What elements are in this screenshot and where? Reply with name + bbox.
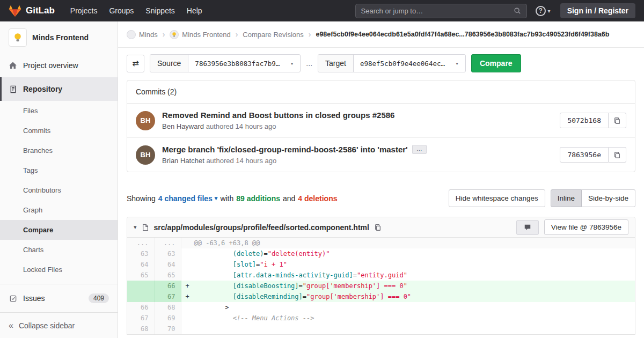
diff-line-number-old[interactable]: 64	[127, 259, 154, 270]
inline-view-button[interactable]: Inline	[551, 189, 582, 207]
collapse-file-icon[interactable]: ▾	[134, 224, 137, 231]
sidebar-item-compare[interactable]: Compare	[0, 220, 118, 240]
diff-row: ...... @@ -63,6 +63,8 @@	[127, 238, 635, 248]
gitlab-logo[interactable]: GitLab	[9, 5, 55, 17]
copy-sha-button[interactable]	[609, 113, 626, 128]
target-dropdown[interactable]: e98ef5cb0f9e4ee064ec… ▾	[354, 55, 465, 72]
sidebar: Minds Frontend Project overview Reposito…	[0, 21, 118, 338]
code-segment	[194, 250, 233, 258]
diff-line-number-old[interactable]: 63	[127, 248, 154, 259]
sidebar-project-header[interactable]: Minds Frontend	[0, 21, 118, 54]
sidebar-item-commits[interactable]: Commits	[0, 121, 118, 141]
diff-line-number-new[interactable]: 66	[154, 281, 181, 291]
diff-row: 6870	[127, 324, 635, 334]
nav-help[interactable]: Help	[181, 0, 208, 21]
diff-line-number-new[interactable]: ...	[154, 238, 181, 248]
source-group: Source 7863956e3b8083fac7b9… ▾	[150, 54, 301, 72]
avatar[interactable]: BH	[136, 145, 155, 165]
diff-line-number-new[interactable]: 63	[154, 248, 181, 259]
diff-code-cell: (delete)="delete(entity)"	[181, 248, 635, 259]
copy-sha-button[interactable]	[609, 147, 626, 163]
commit-authored-ago: authored 14 hours ago	[206, 157, 276, 165]
code-segment: <!-- Menu Actions -->	[233, 314, 314, 322]
diff-line-number-new[interactable]: 65	[154, 270, 181, 281]
comment-icon	[524, 224, 531, 231]
commit-sha-button[interactable]: 5072b168	[560, 113, 609, 128]
diff-line-number-new[interactable]: 67	[154, 291, 181, 302]
copy-path-icon[interactable]	[374, 224, 382, 231]
diff-line-number-old[interactable]	[127, 291, 154, 302]
sidebar-item-tags[interactable]: Tags	[0, 160, 118, 180]
commit-meta: Brian Hatchet authored 14 hours ago	[162, 157, 427, 165]
diff-line-number-old[interactable]: 66	[127, 302, 154, 313]
commit-author[interactable]: Brian Hatchet	[162, 157, 204, 165]
sidebar-item-project-overview[interactable]: Project overview	[0, 54, 118, 77]
sidebar-item-contributors[interactable]: Contributors	[0, 180, 118, 200]
code-segment: =	[264, 250, 268, 258]
diff-file-path[interactable]: src/app/modules/groups/profile/feed/sort…	[154, 223, 369, 232]
diff-file-panel: ▾ src/app/modules/groups/profile/feed/so…	[127, 217, 635, 335]
breadcrumb-compare-revisions[interactable]: Compare Revisions	[243, 31, 303, 39]
code-segment	[194, 261, 233, 268]
breadcrumb-minds[interactable]: Minds	[127, 30, 158, 39]
diff-line-number-new[interactable]: 70	[154, 324, 181, 334]
source-dropdown[interactable]: 7863956e3b8083fac7b9… ▾	[188, 55, 300, 72]
commit-sha-group: 7863956e	[560, 147, 626, 163]
help-icon: ?	[536, 6, 546, 16]
diff-line-number-old[interactable]: 65	[127, 270, 154, 281]
commit-sha-button[interactable]: 7863956e	[560, 147, 609, 163]
commit-title[interactable]: Merge branch 'fix/closed-group-remind-bo…	[162, 145, 408, 154]
diff-line-number-new[interactable]: 64	[154, 259, 181, 270]
diff-line-number-old[interactable]	[127, 281, 154, 291]
code-segment: "delete(entity)"	[268, 250, 330, 258]
commit-title[interactable]: Removed Remind and Boost buttons in clos…	[162, 111, 394, 120]
nav-snippets[interactable]: Snippets	[140, 0, 180, 21]
search-input[interactable]	[361, 7, 514, 15]
sidebar-item-charts[interactable]: Charts	[0, 240, 118, 260]
diff-line-number-old[interactable]: 67	[127, 313, 154, 324]
code-segment: (delete)	[233, 250, 264, 258]
sidebar-item-label: Repository	[23, 85, 62, 93]
commit-author[interactable]: Ben Hayward	[162, 122, 204, 130]
nav-projects[interactable]: Projects	[64, 0, 104, 21]
home-icon	[9, 61, 17, 70]
diff-line-number-old[interactable]: ...	[127, 238, 154, 248]
commits-panel: Commits (2) BH Removed Remind and Boost …	[127, 80, 635, 172]
diff-code-cell: >	[181, 302, 635, 313]
diff-add-marker: +	[186, 281, 194, 291]
diff-line-number-old[interactable]: 68	[127, 324, 154, 334]
sidebar-item-issues[interactable]: Issues 409	[0, 286, 118, 310]
sidebar-item-locked-files[interactable]: Locked Files	[0, 260, 118, 280]
sidebar-item-graph[interactable]: Graph	[0, 200, 118, 220]
compare-button[interactable]: Compare	[471, 54, 521, 72]
breadcrumb-minds-frontend[interactable]: Minds Frontend	[170, 30, 230, 39]
help-menu[interactable]: ? ▾	[536, 6, 551, 16]
side-by-side-view-button[interactable]: Side-by-side	[582, 189, 635, 207]
code-segment: "group['membership'] === 0"	[306, 293, 411, 300]
diff-row: 66+ [disableBoosting]="group['membership…	[127, 281, 635, 291]
sidebar-item-branches[interactable]: Branches	[0, 141, 118, 160]
toggle-description-button[interactable]: …	[412, 145, 427, 154]
sign-in-button[interactable]: Sign in / Register	[560, 3, 635, 18]
sidebar-item-repository[interactable]: Repository	[0, 77, 118, 101]
changed-files-dropdown[interactable]: 4 changed files ▾	[158, 194, 218, 203]
nav-groups[interactable]: Groups	[103, 0, 140, 21]
with-label: with	[220, 194, 233, 203]
diff-marker	[186, 238, 194, 248]
range-dots: ...	[306, 59, 312, 68]
view-file-button[interactable]: View file @ 7863956e	[544, 219, 628, 235]
code-segment	[194, 293, 233, 300]
diff-view-controls: Hide whitespace changes Inline Side-by-s…	[449, 189, 635, 207]
global-search[interactable]	[355, 4, 527, 18]
issues-count-badge: 409	[89, 293, 109, 303]
avatar[interactable]: BH	[136, 111, 155, 130]
hide-whitespace-button[interactable]: Hide whitespace changes	[449, 189, 545, 207]
commit-body: Merge branch 'fix/closed-group-remind-bo…	[162, 145, 427, 165]
swap-revisions-button[interactable]: ⇄	[127, 55, 144, 72]
sidebar-divider	[0, 284, 118, 284]
collapse-sidebar-button[interactable]: « Collapse sidebar	[0, 312, 118, 338]
toggle-comments-button[interactable]	[516, 220, 539, 235]
diff-line-number-new[interactable]: 69	[154, 313, 181, 324]
diff-line-number-new[interactable]: 68	[154, 302, 181, 313]
sidebar-item-files[interactable]: Files	[0, 101, 118, 121]
